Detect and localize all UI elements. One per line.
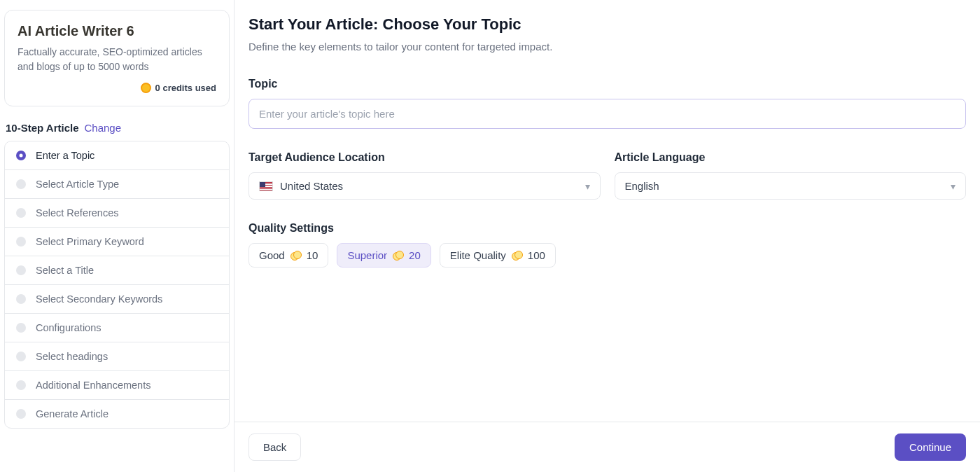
language-select[interactable]: English ▾ (615, 172, 967, 200)
quality-cost: 20 (409, 249, 421, 261)
coin-icon (141, 83, 151, 93)
sidebar-title: AI Article Writer 6 (18, 23, 216, 39)
step-label: Enter a Topic (36, 150, 94, 161)
step-item-3[interactable]: Select Primary Keyword (5, 228, 229, 256)
step-label: Additional Enhancements (36, 380, 150, 391)
credits-used-text: 0 credits used (155, 83, 216, 93)
step-item-5[interactable]: Select Secondary Keywords (5, 285, 229, 314)
back-button[interactable]: Back (248, 433, 301, 461)
step-item-8[interactable]: Additional Enhancements (5, 371, 229, 400)
quality-option-elite-quality[interactable]: Elite Quality100 (440, 243, 556, 268)
step-bullet-icon (16, 323, 26, 333)
step-bullet-icon (16, 352, 26, 361)
coins-icon (512, 251, 522, 260)
quality-option-superior[interactable]: Superior20 (337, 243, 430, 268)
step-label: Select headings (36, 351, 108, 362)
quality-option-good[interactable]: Good10 (248, 243, 328, 268)
location-select[interactable]: United States ▾ (248, 172, 601, 200)
sidebar-description: Factually accurate, SEO-optimized articl… (18, 45, 216, 74)
step-label: Select Primary Keyword (36, 236, 144, 247)
step-bullet-icon (16, 380, 26, 390)
language-select-left: English (625, 180, 659, 192)
continue-button[interactable]: Continue (895, 433, 966, 461)
sidebar-card: AI Article Writer 6 Factually accurate, … (4, 10, 230, 106)
step-label: Select Secondary Keywords (36, 293, 162, 305)
language-value: English (625, 180, 659, 192)
step-bullet-icon (16, 265, 26, 275)
sidebar: AI Article Writer 6 Factually accurate, … (0, 0, 234, 472)
steps-list: Enter a TopicSelect Article TypeSelect R… (4, 141, 230, 429)
location-select-left: United States (259, 180, 343, 192)
step-item-9[interactable]: Generate Article (5, 400, 229, 428)
footer: Back Continue (234, 422, 980, 472)
coins-icon (290, 251, 301, 260)
page-subtitle: Define the key elements to tailor your c… (248, 41, 966, 53)
two-column-row: Target Audience Location United States ▾… (248, 151, 966, 200)
step-bullet-icon (16, 409, 26, 419)
quality-row: Good10Superior20Elite Quality100 (248, 243, 966, 268)
coins-icon (393, 251, 403, 260)
quality-name: Elite Quality (450, 249, 506, 261)
content: Start Your Article: Choose Your Topic De… (234, 0, 980, 422)
page-title: Start Your Article: Choose Your Topic (248, 15, 966, 34)
quality-label: Quality Settings (248, 222, 966, 235)
change-link[interactable]: Change (84, 122, 121, 134)
step-item-7[interactable]: Select headings (5, 342, 229, 371)
step-item-2[interactable]: Select References (5, 199, 229, 228)
step-bullet-icon (16, 151, 26, 160)
quality-name: Good (259, 249, 285, 261)
language-column: Article Language English ▾ (615, 151, 967, 200)
step-bullet-icon (16, 208, 26, 218)
step-label: Select References (36, 207, 118, 218)
credits-row: 0 credits used (18, 83, 216, 93)
location-label: Target Audience Location (248, 151, 601, 164)
step-bullet-icon (16, 294, 26, 304)
steps-header: 10-Step Article Change (4, 122, 230, 134)
step-bullet-icon (16, 179, 26, 189)
step-label: Select Article Type (36, 179, 119, 190)
topic-input[interactable] (248, 99, 966, 129)
step-label: Configurations (36, 322, 102, 333)
quality-cost: 10 (307, 249, 318, 261)
topic-label: Topic (248, 78, 966, 90)
location-column: Target Audience Location United States ▾ (248, 151, 601, 200)
step-item-1[interactable]: Select Article Type (5, 170, 229, 199)
step-item-0[interactable]: Enter a Topic (5, 141, 229, 170)
step-item-4[interactable]: Select a Title (5, 256, 229, 285)
steps-title: 10-Step Article (6, 122, 78, 134)
step-bullet-icon (16, 237, 26, 247)
language-label: Article Language (615, 151, 967, 164)
quality-name: Superior (347, 249, 387, 261)
step-item-6[interactable]: Configurations (5, 314, 229, 342)
chevron-down-icon: ▾ (951, 181, 955, 192)
step-label: Select a Title (36, 265, 94, 276)
step-label: Generate Article (36, 408, 108, 419)
location-value: United States (280, 180, 343, 192)
main: Start Your Article: Choose Your Topic De… (234, 0, 980, 472)
chevron-down-icon: ▾ (585, 181, 590, 192)
quality-cost: 100 (528, 249, 545, 261)
us-flag-icon (259, 181, 273, 191)
